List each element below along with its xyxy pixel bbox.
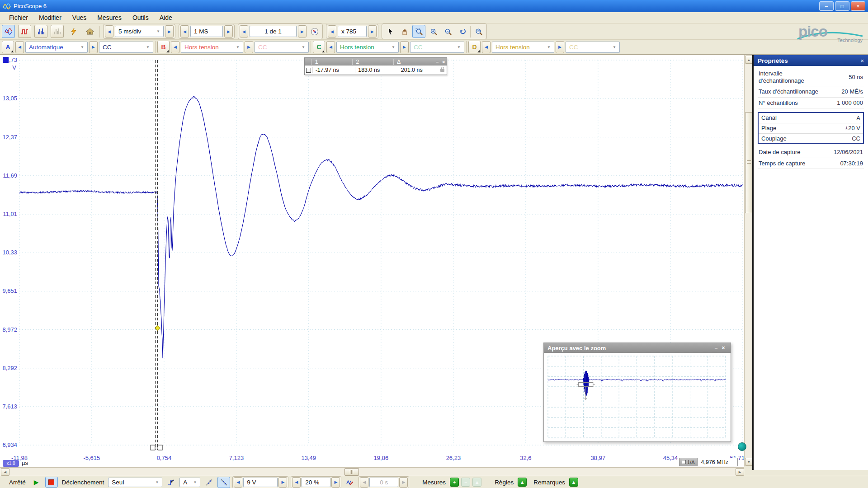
- trigger-delay-up-button[interactable]: ▶: [399, 477, 408, 488]
- trigger-level-up-button[interactable]: ▶: [278, 477, 287, 488]
- trigger-level-field[interactable]: 9 V: [243, 478, 278, 487]
- channel-c-menu-button[interactable]: C: [313, 41, 325, 53]
- channel-c-range-select[interactable]: Hors tension ▼: [336, 42, 399, 53]
- trigger-level-down-button[interactable]: ◀: [234, 477, 242, 488]
- ruler-box-minimize-button[interactable]: –: [434, 59, 440, 65]
- frequency-legend-label[interactable]: 1/Δ: [679, 458, 698, 466]
- channel-d-range-down-button[interactable]: ◀: [482, 41, 491, 53]
- maximize-button[interactable]: □: [835, 1, 849, 11]
- channel-d-menu-button[interactable]: D: [468, 41, 481, 53]
- timebase-select[interactable]: 5 ms/div ▼: [115, 26, 164, 37]
- undo-zoom-button[interactable]: [456, 25, 469, 38]
- zoom-overview-titlebar[interactable]: Aperçu avec le zoom – ×: [544, 343, 731, 353]
- pretrigger-pct-field[interactable]: 20 %: [302, 478, 330, 487]
- channel-b-range-select[interactable]: Hors tension ▼: [181, 42, 243, 53]
- menu-aide[interactable]: Aide: [154, 13, 178, 23]
- x-axis-multiplier-badge[interactable]: x1.0: [3, 460, 19, 467]
- persistence-view-button[interactable]: [51, 25, 64, 38]
- rules-button[interactable]: ▲: [518, 478, 527, 487]
- samples-field[interactable]: 1 MS: [190, 26, 223, 37]
- trigger-delay-down-button[interactable]: ◀: [360, 477, 368, 488]
- samples-next-button[interactable]: ▶: [224, 25, 233, 38]
- page-prev-button[interactable]: ◀: [240, 25, 248, 38]
- zoom-overview-window[interactable]: Aperçu avec le zoom – ×: [543, 343, 731, 442]
- page-field[interactable]: 1 de 1: [250, 26, 297, 37]
- channel-a-offset-marker[interactable]: [3, 57, 9, 63]
- menu-mesures[interactable]: Mesures: [92, 13, 127, 23]
- horizontal-scroll-thumb[interactable]: [344, 468, 359, 476]
- channel-a-range-down-button[interactable]: ◀: [15, 41, 24, 53]
- samples-prev-button[interactable]: ◀: [180, 25, 189, 38]
- trigger-marker[interactable]: [155, 325, 160, 331]
- goto-buffer-button[interactable]: [308, 25, 321, 38]
- scroll-down-button[interactable]: ▼: [745, 458, 753, 466]
- channel-d-coupling-select[interactable]: CC ▼: [566, 42, 620, 53]
- menu-vues[interactable]: Vues: [67, 13, 92, 23]
- scroll-left-button[interactable]: ◀: [1, 468, 9, 476]
- trigger-arrow-button[interactable]: [344, 477, 356, 488]
- channel-d-range-select[interactable]: Hors tension ▼: [492, 42, 554, 53]
- square-wave-view-button[interactable]: [18, 25, 31, 38]
- scroll-right-button[interactable]: ▶: [736, 468, 744, 476]
- zoom-overview-close-button[interactable]: ×: [720, 345, 727, 351]
- advanced-trigger-button[interactable]: [165, 477, 177, 488]
- ruler-measurement-box[interactable]: 1 2 Δ – × -17.97 ns 183.0 ns 201.0 ns: [304, 57, 447, 75]
- pretrigger-pct-down-button[interactable]: ◀: [292, 477, 301, 488]
- properties-close-button[interactable]: ×: [860, 57, 864, 64]
- channel-c-range-up-button[interactable]: ▶: [400, 41, 409, 53]
- ruler-box-close-button[interactable]: ×: [440, 59, 447, 65]
- page-next-button[interactable]: ▶: [298, 25, 307, 38]
- notes-button[interactable]: ▲: [569, 478, 578, 487]
- home-settings-button[interactable]: [83, 25, 96, 38]
- minimize-button[interactable]: –: [819, 1, 834, 11]
- ruler-handle-1[interactable]: [151, 445, 155, 450]
- zoom-factor-next-button[interactable]: ▶: [368, 25, 377, 38]
- channel-a-range-up-button[interactable]: ▶: [89, 41, 98, 53]
- auto-setup-button[interactable]: [67, 25, 80, 38]
- close-button[interactable]: ×: [851, 1, 865, 11]
- horizontal-scrollbar[interactable]: ◀ ▶: [0, 467, 744, 476]
- trigger-delay-field[interactable]: 0 s: [369, 478, 398, 487]
- scroll-up-button[interactable]: ▲: [745, 56, 753, 64]
- zoom-in-button[interactable]: [427, 25, 440, 38]
- channel-a-menu-button[interactable]: A: [2, 41, 14, 53]
- pretrigger-pct-up-button[interactable]: ▶: [331, 477, 340, 488]
- channel-b-range-down-button[interactable]: ◀: [171, 41, 179, 53]
- menu-fichier[interactable]: Fichier: [4, 13, 33, 23]
- zoom-out-button[interactable]: [441, 25, 454, 38]
- ruler-handle-icon[interactable]: [306, 68, 311, 73]
- zoom-factor-prev-button[interactable]: ◀: [328, 25, 336, 38]
- spectrum-view-button[interactable]: [34, 25, 47, 38]
- scope-view-button[interactable]: [2, 25, 15, 38]
- timebase-next-button[interactable]: ▶: [165, 25, 174, 38]
- stop-capture-button[interactable]: [45, 477, 58, 488]
- trigger-mode-select[interactable]: Seul ▼: [108, 478, 162, 487]
- delete-measure-button[interactable]: ▲: [472, 478, 481, 487]
- rising-edge-button[interactable]: [203, 477, 215, 488]
- lock-icon[interactable]: [440, 69, 444, 72]
- edit-measure-button[interactable]: −: [461, 478, 470, 487]
- vertical-scroll-thumb[interactable]: [745, 112, 753, 213]
- falling-edge-button[interactable]: [217, 477, 230, 488]
- channel-d-range-up-button[interactable]: ▶: [556, 41, 564, 53]
- menu-outils[interactable]: Outils: [127, 13, 154, 23]
- channel-c-coupling-select[interactable]: CC ▼: [410, 42, 464, 53]
- add-measure-button[interactable]: +: [450, 478, 459, 487]
- trigger-source-select[interactable]: A ▼: [179, 478, 200, 487]
- channel-a-range-select[interactable]: Automatique ▼: [25, 42, 88, 53]
- zoom-select-tool-button[interactable]: [412, 25, 425, 38]
- channel-a-coupling-select[interactable]: CC ▼: [99, 42, 153, 53]
- channel-c-range-down-button[interactable]: ◀: [326, 41, 335, 53]
- ruler-handle-2[interactable]: [158, 445, 162, 450]
- pan-tool-button[interactable]: [398, 25, 411, 38]
- zoom-factor-field[interactable]: x 785: [338, 26, 367, 37]
- channel-b-coupling-select[interactable]: CC ▼: [255, 42, 309, 53]
- zoom-overview-minimize-button[interactable]: –: [712, 345, 720, 351]
- start-capture-button[interactable]: ▶: [31, 478, 42, 486]
- vertical-scrollbar[interactable]: ▲ ▼: [744, 55, 753, 466]
- zoom-full-button[interactable]: 100: [472, 25, 485, 38]
- channel-b-range-up-button[interactable]: ▶: [245, 41, 253, 53]
- zoom-overview-plot[interactable]: [544, 353, 729, 440]
- channel-b-menu-button[interactable]: B: [157, 41, 170, 53]
- menu-modifier[interactable]: Modifier: [33, 13, 67, 23]
